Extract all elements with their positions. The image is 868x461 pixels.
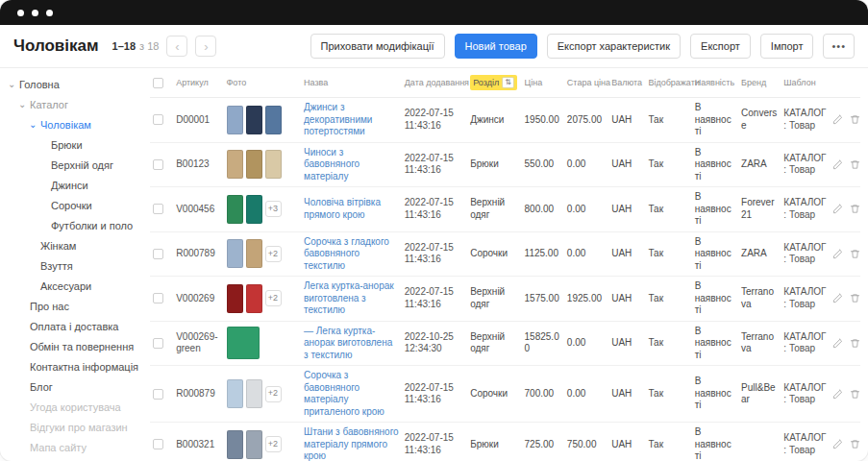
row-checkbox[interactable]: [153, 204, 163, 214]
col-price[interactable]: Ціна: [522, 68, 564, 98]
sidebar-item-label: Про нас: [30, 301, 69, 312]
edit-icon[interactable]: [832, 439, 843, 449]
row-checkbox[interactable]: [153, 338, 163, 349]
edit-icon[interactable]: [832, 293, 843, 303]
edit-icon[interactable]: [832, 204, 843, 214]
sidebar-item[interactable]: Обмін та повернення: [0, 336, 144, 356]
sidebar-item[interactable]: ⌄ Чоловікам: [0, 114, 144, 134]
row-checkbox[interactable]: [153, 114, 163, 125]
product-brand: Pull&Bear: [741, 382, 776, 405]
product-name-link[interactable]: Джинси з декоративними потертостями: [304, 102, 372, 136]
more-photos-badge[interactable]: +2: [265, 246, 282, 262]
sidebar-item[interactable]: Відгуки про магазин: [0, 417, 144, 437]
sidebar-item[interactable]: Верхній одяг: [0, 155, 144, 175]
product-photo: [246, 284, 262, 313]
sidebar-item[interactable]: Сорочки: [0, 195, 144, 215]
delete-icon[interactable]: [850, 249, 860, 259]
product-name-link[interactable]: — Легка куртка-анорак виготовлена з текс…: [304, 326, 392, 360]
window-control-dot-1[interactable]: [17, 10, 24, 16]
new-product-button[interactable]: Новий товар: [455, 34, 537, 59]
delete-icon[interactable]: [850, 293, 860, 303]
window-control-dot-2[interactable]: [32, 10, 38, 16]
sidebar-item[interactable]: Аксесуари: [0, 276, 144, 296]
col-sku[interactable]: Артикул: [173, 68, 223, 98]
product-section: Джинси: [470, 114, 504, 125]
pagination-prev-button[interactable]: ‹: [166, 36, 187, 57]
sort-icon[interactable]: ⇅: [502, 77, 514, 88]
import-button[interactable]: Імпорт: [760, 34, 814, 59]
product-name-link[interactable]: Чоловіча вітрівка прямого крою: [304, 197, 381, 220]
more-photos-badge[interactable]: +2: [265, 290, 282, 306]
product-section: Сорочки: [470, 248, 508, 258]
sidebar-item[interactable]: ⌄ Каталог: [0, 94, 144, 114]
delete-icon[interactable]: [850, 439, 860, 449]
product-photo: [246, 379, 262, 408]
sidebar-item[interactable]: Блог: [0, 376, 144, 397]
delete-icon[interactable]: [850, 114, 860, 125]
select-all-checkbox[interactable]: [153, 78, 163, 88]
col-section[interactable]: Розділ ⇅: [467, 68, 521, 98]
col-availability[interactable]: Наявність: [692, 68, 738, 98]
sidebar-item[interactable]: Жінкам: [0, 235, 144, 255]
product-photos: [227, 150, 299, 179]
edit-icon[interactable]: [832, 249, 843, 259]
more-photos-badge[interactable]: +2: [265, 386, 282, 402]
row-checkbox[interactable]: [153, 249, 163, 259]
export-characteristics-button[interactable]: Експорт характеристик: [547, 34, 681, 59]
col-old-price[interactable]: Стара ціна: [564, 68, 608, 98]
delete-icon[interactable]: [850, 389, 860, 400]
more-photos-badge[interactable]: +3: [265, 201, 282, 217]
product-sku: V000456: [176, 204, 214, 214]
edit-icon[interactable]: [832, 159, 843, 170]
row-checkbox[interactable]: [153, 389, 163, 400]
delete-icon[interactable]: [850, 338, 860, 349]
product-name-link[interactable]: Легка куртка-анорак виготовлена з тексти…: [304, 280, 394, 315]
row-checkbox[interactable]: [153, 293, 163, 303]
more-actions-button[interactable]: •••: [823, 34, 855, 59]
product-date-added: 2022-07-15 11:43:16: [405, 286, 454, 309]
more-photos-badge[interactable]: +2: [265, 436, 282, 452]
sidebar-item[interactable]: Оплата і доставка: [0, 316, 144, 336]
sidebar-item[interactable]: Футболки и поло: [0, 215, 144, 235]
sidebar-item[interactable]: Контактна інформація: [0, 356, 144, 376]
col-brand[interactable]: Бренд: [738, 68, 781, 98]
chevron-down-icon[interactable]: ⌄: [18, 100, 29, 109]
chevron-down-icon[interactable]: ⌄: [8, 80, 18, 89]
edit-icon[interactable]: [832, 338, 843, 349]
col-template[interactable]: Шаблон: [781, 68, 829, 98]
product-availability: В наявності: [695, 326, 732, 360]
pagination-next-button[interactable]: ›: [195, 36, 216, 57]
product-section: Верхній одяг: [470, 331, 505, 354]
col-display[interactable]: Відображати: [645, 68, 691, 98]
delete-icon[interactable]: [850, 159, 860, 170]
product-availability: В наявності: [695, 376, 732, 410]
main-layout: ⌄ Головна ⌄ Каталог ⌄ Чоловікам Брюки Ве…: [0, 68, 868, 461]
product-name-link[interactable]: Штани з бавовняного матеріалу прямого кр…: [304, 426, 399, 461]
row-checkbox[interactable]: [153, 439, 163, 449]
sidebar-item[interactable]: Мапа сайту: [0, 437, 144, 457]
col-date-added[interactable]: Дата додавання: [402, 68, 467, 98]
product-name-link[interactable]: Чиноси з бавовняного матеріалу: [304, 147, 360, 182]
row-checkbox[interactable]: [153, 159, 163, 170]
col-currency[interactable]: Валюта: [608, 68, 645, 98]
sidebar-item-label: Верхній одяг: [51, 159, 113, 171]
delete-icon[interactable]: [850, 204, 860, 214]
sidebar-item[interactable]: Про нас: [0, 296, 144, 316]
edit-icon[interactable]: [832, 389, 843, 400]
sidebar-item[interactable]: Брюки: [0, 134, 144, 155]
col-name[interactable]: Назва: [301, 68, 402, 98]
sidebar-item[interactable]: Джинси: [0, 175, 144, 195]
product-brand: ZARA: [741, 158, 767, 169]
chevron-down-icon[interactable]: ⌄: [29, 120, 39, 130]
hide-modifications-button[interactable]: Приховати модифікації: [310, 34, 445, 59]
edit-icon[interactable]: [832, 114, 843, 125]
page-title: Чоловікам: [13, 36, 99, 56]
sidebar-item[interactable]: Угода користувача: [0, 397, 144, 417]
product-name-link[interactable]: Сорочка з гладкого бавовняного текстилю: [304, 236, 389, 271]
product-name-link[interactable]: Сорочка з бавовняного матеріалу притален…: [304, 370, 384, 417]
export-button[interactable]: Експорт: [690, 34, 751, 59]
sidebar-item[interactable]: ⌄ Головна: [0, 74, 144, 94]
window-control-dot-3[interactable]: [46, 10, 53, 16]
product-old-price: 0.00: [567, 337, 585, 348]
sidebar-item[interactable]: Взуття: [0, 255, 144, 276]
